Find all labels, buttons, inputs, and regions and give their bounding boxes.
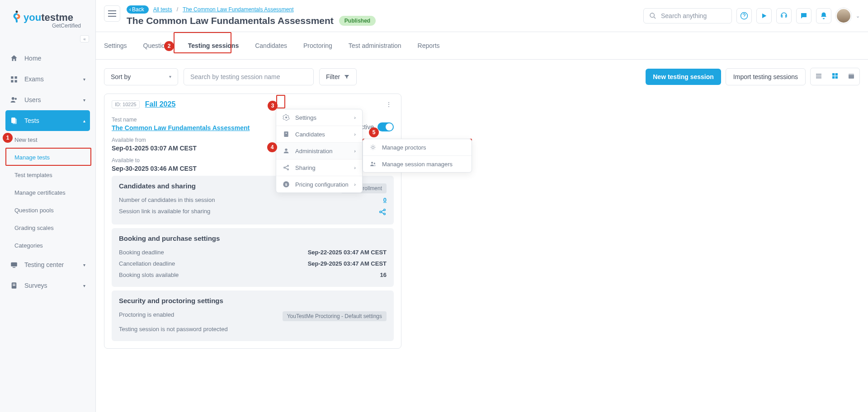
nav-new-test[interactable]: New test: [10, 131, 90, 149]
submenu-manage-session-managers[interactable]: Manage session managers: [363, 156, 472, 172]
annotation-marker-5: 5: [369, 127, 379, 137]
menu-sharing[interactable]: Sharing›: [276, 159, 362, 176]
svg-rect-21: [832, 76, 835, 79]
svg-point-5: [12, 97, 14, 100]
sort-dropdown[interactable]: Sort by ▾: [104, 68, 178, 85]
svg-rect-22: [835, 76, 838, 79]
chevron-down-icon: ▾: [83, 283, 85, 288]
svg-rect-10: [13, 267, 15, 268]
svg-rect-17: [816, 75, 821, 76]
session-actions-button[interactable]: ⋮: [384, 101, 394, 108]
tests-submenu: 1 New test Manage tests Test templates M…: [5, 131, 90, 254]
user-menu-chevron[interactable]: ⌄: [856, 13, 860, 19]
svg-rect-16: [816, 74, 821, 75]
sidebar-collapse-button[interactable]: «: [80, 35, 89, 42]
nav-users[interactable]: Users ▾: [5, 89, 90, 110]
chevron-down-icon: ▾: [169, 74, 171, 79]
session-search-input[interactable]: Search by testing session name: [184, 68, 314, 85]
main: ‹ Back All tests / The Common Law Fundam…: [96, 0, 868, 412]
svg-rect-4: [15, 80, 17, 82]
booking-card: Booking and purchase settings Booking de…: [112, 228, 394, 287]
tab-settings[interactable]: Settings: [104, 32, 127, 59]
nav-manage-certificates[interactable]: Manage certificates: [10, 184, 90, 201]
menu-pricing[interactable]: $ Pricing configuration›: [276, 176, 362, 192]
nav-categories[interactable]: Categories: [10, 237, 90, 254]
sessions-toolbar: Sort by ▾ Search by testing session name…: [96, 60, 868, 94]
administration-submenu: Manage proctors Manage session managers: [363, 139, 472, 173]
svg-point-38: [371, 162, 373, 164]
new-session-button[interactable]: New testing session: [646, 69, 721, 85]
chevron-down-icon: ▾: [83, 262, 85, 267]
svg-point-0: [16, 11, 18, 13]
tab-candidates[interactable]: Candidates: [255, 32, 287, 59]
notifications-button[interactable]: [816, 8, 831, 23]
svg-point-6: [15, 98, 17, 100]
svg-point-28: [285, 117, 287, 118]
label: Number of candidates in this session: [119, 197, 215, 203]
view-grid-button[interactable]: [827, 68, 843, 85]
label: Test name: [112, 117, 250, 123]
nav-label: Surveys: [24, 282, 47, 289]
svg-rect-8: [13, 119, 17, 124]
search-placeholder: Search anything: [661, 12, 707, 19]
session-name-link[interactable]: Fall 2025: [145, 100, 176, 108]
svg-rect-29: [284, 131, 288, 137]
menu-candidates[interactable]: Candidates›: [276, 126, 362, 143]
svg-rect-18: [816, 77, 821, 78]
menu-settings[interactable]: Settings›: [276, 109, 362, 126]
menu-toggle-button[interactable]: [104, 5, 120, 22]
nav-label: Users: [24, 96, 41, 103]
filter-button[interactable]: Filter: [319, 68, 357, 85]
nav-manage-tests[interactable]: Manage tests: [10, 149, 90, 166]
tab-test-administration[interactable]: Test administration: [349, 32, 401, 59]
session-id: ID: 10225: [112, 100, 140, 108]
label: Session link is available for sharing: [119, 208, 210, 216]
support-button[interactable]: [776, 8, 792, 23]
view-calendar-button[interactable]: [843, 68, 859, 85]
svg-point-31: [285, 149, 287, 151]
svg-rect-13: [13, 285, 15, 286]
nav-test-templates[interactable]: Test templates: [10, 166, 90, 184]
share-icon[interactable]: [378, 208, 387, 216]
toggle-switch[interactable]: [377, 122, 394, 131]
tab-reports[interactable]: Reports: [418, 32, 440, 59]
annotation-marker-3: 3: [268, 101, 278, 111]
chat-button[interactable]: [796, 8, 811, 23]
help-button[interactable]: [736, 8, 752, 23]
nav-label: Home: [24, 55, 41, 62]
nav-surveys[interactable]: Surveys ▾: [5, 275, 90, 296]
nav-home[interactable]: Home: [5, 48, 90, 69]
svg-rect-24: [849, 74, 854, 75]
user-avatar[interactable]: [836, 8, 851, 23]
label: Available from: [112, 137, 197, 143]
candidate-count-link[interactable]: 0: [383, 197, 387, 203]
nav-testing-center[interactable]: Testing center ▾: [5, 254, 90, 275]
chevron-down-icon: ▾: [83, 77, 85, 82]
view-list-button[interactable]: [811, 68, 827, 85]
svg-rect-1: [11, 76, 13, 79]
available-from: Sep-01-2025 03:07 AM CEST: [112, 145, 197, 152]
svg-rect-12: [13, 284, 15, 285]
tabs: Settings Questions Testing sessions Cand…: [96, 32, 868, 60]
import-sessions-button[interactable]: Import testing sessions: [726, 68, 806, 85]
svg-text:$: $: [285, 183, 288, 187]
nav-question-pools[interactable]: Question pools: [10, 201, 90, 219]
svg-point-33: [288, 165, 289, 167]
chevron-up-icon: ▴: [83, 118, 85, 123]
nav-grading-scales[interactable]: Grading scales: [10, 219, 90, 237]
chevron-down-icon: ▾: [83, 98, 85, 103]
play-button[interactable]: [756, 8, 772, 23]
crumb-test-name[interactable]: The Common Law Fundamentals Assessment: [183, 6, 293, 13]
session-actions-menu: Settings› Candidates› Administration› Sh…: [276, 109, 363, 193]
nav-tests[interactable]: Tests ▴: [5, 110, 90, 131]
svg-rect-3: [11, 80, 13, 82]
tab-proctoring[interactable]: Proctoring: [303, 32, 332, 59]
crumb-all-tests[interactable]: All tests: [153, 6, 172, 13]
menu-administration[interactable]: Administration›: [276, 143, 362, 159]
submenu-manage-proctors[interactable]: Manage proctors: [363, 139, 472, 156]
global-search[interactable]: Search anything: [643, 8, 732, 23]
nav-exams[interactable]: Exams ▾: [5, 69, 90, 89]
security-card: Security and proctoring settings Proctor…: [112, 290, 394, 341]
test-name-link[interactable]: The Common Law Fundamentals Assessment: [112, 124, 250, 131]
back-button[interactable]: ‹ Back: [127, 5, 149, 14]
